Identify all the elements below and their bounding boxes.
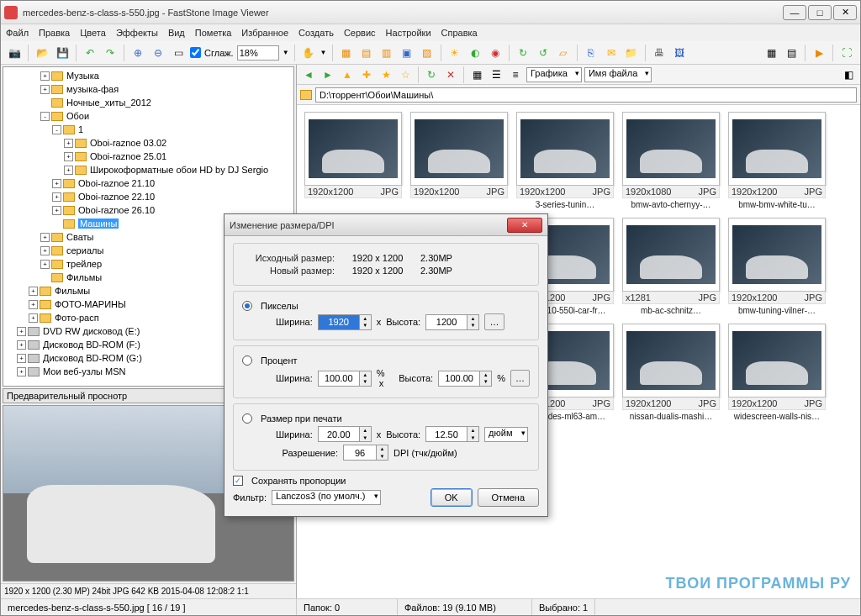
- thumbnail[interactable]: 1920x1200JPG: [304, 112, 403, 209]
- thumbnail[interactable]: 1920x1200JPG: [409, 112, 509, 209]
- view1-icon[interactable]: ▦: [763, 45, 779, 61]
- back-icon[interactable]: ◄: [300, 66, 317, 83]
- filter-dropdown[interactable]: Lanczos3 (по умолч.): [272, 490, 381, 505]
- tree-item[interactable]: +Oboi-raznoe 25.01: [5, 150, 292, 163]
- menu-Справка[interactable]: Справка: [441, 28, 478, 38]
- tree-item[interactable]: +музыка-фая: [5, 82, 292, 96]
- width-print-input[interactable]: ▲▼: [318, 426, 372, 442]
- height-pct-input[interactable]: ▲▼: [438, 371, 492, 387]
- fit-icon[interactable]: ▭: [170, 45, 187, 61]
- thumbnail[interactable]: x1281JPGmb-ac-schnitz…: [621, 218, 721, 315]
- tool1-icon[interactable]: ▦: [338, 45, 355, 61]
- height-print-input[interactable]: ▲▼: [425, 426, 479, 442]
- thumbnail[interactable]: 1920x1200JPGbmw-bmv-white-tu…: [727, 112, 827, 209]
- menu-Пометка[interactable]: Пометка: [195, 28, 232, 38]
- width-px-input[interactable]: ▲▼: [318, 314, 372, 330]
- fav1-icon[interactable]: ★: [378, 66, 394, 83]
- menu-Избранное[interactable]: Избранное: [241, 28, 288, 38]
- thumbview-icon[interactable]: ▦: [468, 66, 485, 83]
- wallpaper-icon[interactable]: 🖼: [671, 45, 688, 61]
- pixels-radio[interactable]: [242, 301, 252, 311]
- watermark: ТВОИ ПРОГРАММЫ РУ: [666, 575, 851, 592]
- unit-dropdown[interactable]: дюйм: [484, 427, 528, 442]
- sort-dropdown[interactable]: Имя файла: [584, 67, 652, 82]
- fullscreen-icon[interactable]: ⛶: [838, 45, 855, 61]
- tree-item[interactable]: +Oboi-raznoe 22.10: [5, 190, 292, 203]
- forward-icon[interactable]: ►: [320, 66, 336, 83]
- menu-Файл[interactable]: Файл: [6, 28, 29, 38]
- thumbnail[interactable]: 1920x1200JPGbmw-tuning-vilner-…: [727, 218, 827, 315]
- print-radio[interactable]: [242, 413, 252, 424]
- tool3-icon[interactable]: ▥: [378, 45, 395, 61]
- menu-Вид[interactable]: Вид: [168, 28, 185, 38]
- rotate-right-icon[interactable]: ↷: [102, 45, 119, 61]
- menu-Создать[interactable]: Создать: [298, 28, 334, 38]
- contrast-icon[interactable]: ◐: [467, 45, 483, 61]
- save-icon[interactable]: 💾: [54, 45, 71, 61]
- width-pct-input[interactable]: ▲▼: [318, 371, 372, 387]
- folder-icon[interactable]: 📁: [623, 45, 640, 61]
- tool2-icon[interactable]: ▤: [358, 45, 375, 61]
- menu-Настройки[interactable]: Настройки: [386, 28, 431, 38]
- filter-dropdown[interactable]: Графика: [526, 67, 582, 82]
- thumbnail[interactable]: 1920x1200JPG3-series-tunin…: [515, 112, 615, 209]
- pixels-label: Пикселы: [261, 301, 298, 311]
- tree-item[interactable]: +Oboi-raznoe 03.02: [5, 136, 292, 150]
- maximize-button[interactable]: □: [808, 5, 832, 20]
- up-icon[interactable]: ▲: [339, 66, 356, 83]
- open-icon[interactable]: 📂: [34, 45, 50, 61]
- menu-Сервис[interactable]: Сервис: [344, 28, 376, 38]
- listview-icon[interactable]: ☰: [488, 66, 504, 83]
- hand-icon[interactable]: ✋: [300, 45, 317, 61]
- menu-Цвета[interactable]: Цвета: [80, 28, 106, 38]
- thumbnail[interactable]: 1920x1080JPGbmw-avto-chernyy-…: [621, 112, 721, 209]
- cancel-button[interactable]: Отмена: [478, 488, 539, 507]
- thumbnail[interactable]: 1920x1200JPGwidescreen-walls-nis…: [727, 324, 827, 421]
- ok-button[interactable]: OK: [430, 488, 473, 507]
- smooth-checkbox[interactable]: [190, 47, 201, 58]
- tree-item[interactable]: +Широкоформатные обои HD by DJ Sergio: [5, 163, 292, 176]
- zoom-in-icon[interactable]: ⊕: [129, 45, 146, 61]
- rotate-left-icon[interactable]: ↶: [82, 45, 98, 61]
- tree-item[interactable]: -Обои: [5, 109, 292, 123]
- tool4-icon[interactable]: ▣: [399, 45, 415, 61]
- aspect-button-2[interactable]: …: [510, 370, 530, 387]
- aspect-button[interactable]: …: [484, 313, 504, 330]
- refresh-icon[interactable]: ↻: [423, 66, 440, 83]
- detailview-icon[interactable]: ≡: [507, 66, 524, 83]
- undo-icon[interactable]: ↺: [535, 45, 552, 61]
- color-icon[interactable]: ◉: [487, 45, 504, 61]
- menu-Эффекты[interactable]: Эффекты: [116, 28, 158, 38]
- path-input[interactable]: [315, 87, 857, 103]
- keep-ratio-checkbox[interactable]: ✓: [233, 476, 243, 486]
- menu-Правка[interactable]: Правка: [39, 28, 70, 38]
- camera-icon[interactable]: 📷: [6, 45, 23, 61]
- tree-item[interactable]: Ночные_хиты_2012: [5, 96, 292, 109]
- copy-icon[interactable]: ⎘: [583, 45, 600, 61]
- tree-item[interactable]: +Музыка: [5, 69, 292, 82]
- tree-item[interactable]: +Oboi-raznoe 21.10: [5, 176, 292, 190]
- minimize-button[interactable]: —: [783, 5, 806, 20]
- zoom-out-icon[interactable]: ⊖: [150, 45, 166, 61]
- mail-icon[interactable]: ✉: [603, 45, 620, 61]
- redo-icon[interactable]: ↻: [515, 45, 531, 61]
- collapse-icon[interactable]: ◧: [840, 66, 857, 83]
- tool5-icon[interactable]: ▨: [419, 45, 436, 61]
- dialog-close-button[interactable]: ✕: [507, 218, 542, 233]
- crop-icon[interactable]: ▱: [555, 45, 572, 61]
- dpi-input[interactable]: ▲▼: [343, 445, 388, 461]
- percent-radio[interactable]: [242, 355, 252, 366]
- height-px-input[interactable]: ▲▼: [425, 314, 479, 330]
- newfolder-icon[interactable]: ✚: [358, 66, 375, 83]
- fav2-icon[interactable]: ☆: [397, 66, 414, 83]
- zoom-input[interactable]: [237, 45, 279, 61]
- status-file: mercedes-benz-s-class-s-550.jpg [ 16 / 1…: [1, 599, 297, 615]
- thumbnail[interactable]: 1920x1200JPGnissan-dualis-mashi…: [621, 324, 721, 421]
- tree-item[interactable]: -1: [5, 123, 292, 136]
- close-button[interactable]: ✕: [833, 5, 857, 20]
- delete-icon[interactable]: ✕: [442, 66, 459, 83]
- slideshow-icon[interactable]: ▶: [811, 45, 827, 61]
- view2-icon[interactable]: ▤: [783, 45, 800, 61]
- print-icon[interactable]: 🖶: [651, 45, 668, 61]
- sun-icon[interactable]: ☀: [446, 45, 463, 61]
